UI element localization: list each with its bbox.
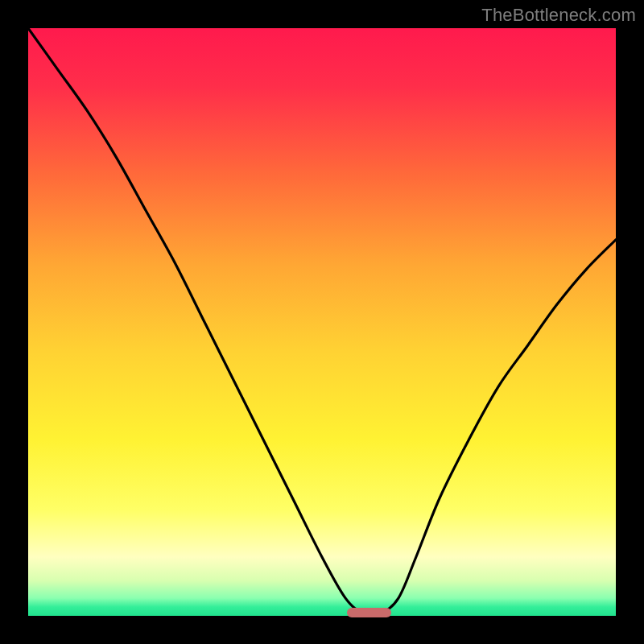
- svg-rect-0: [28, 28, 616, 616]
- watermark-text: TheBottleneck.com: [481, 5, 636, 26]
- optimal-marker: [347, 608, 391, 617]
- heat-gradient-background: [28, 28, 616, 616]
- chart-stage: TheBottleneck.com: [0, 0, 644, 644]
